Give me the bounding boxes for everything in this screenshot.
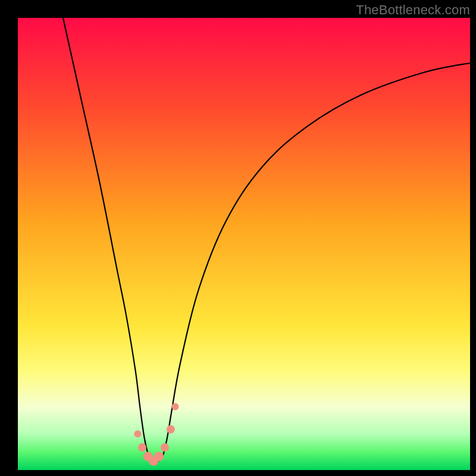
marker-dot (171, 403, 178, 411)
marker-dot (154, 452, 164, 461)
marker-dot (134, 430, 141, 437)
plot-area (18, 18, 470, 470)
gradient-background (18, 18, 470, 470)
chart-svg (18, 18, 470, 470)
marker-dot (167, 425, 175, 434)
marker-dot (138, 443, 146, 452)
marker-dot (161, 443, 169, 452)
chart-frame: TheBottleneck.com (0, 0, 476, 476)
watermark-text: TheBottleneck.com (356, 2, 470, 18)
